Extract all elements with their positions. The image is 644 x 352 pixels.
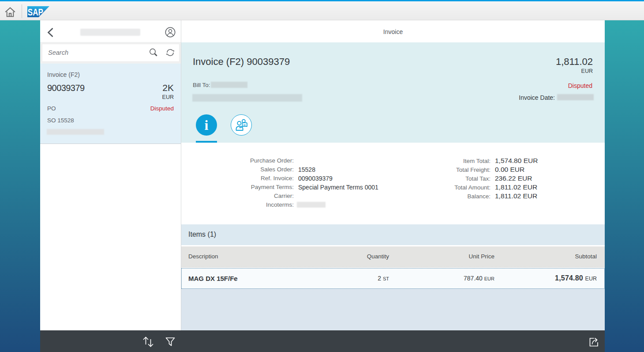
svg-text:SAP: SAP (28, 7, 43, 17)
